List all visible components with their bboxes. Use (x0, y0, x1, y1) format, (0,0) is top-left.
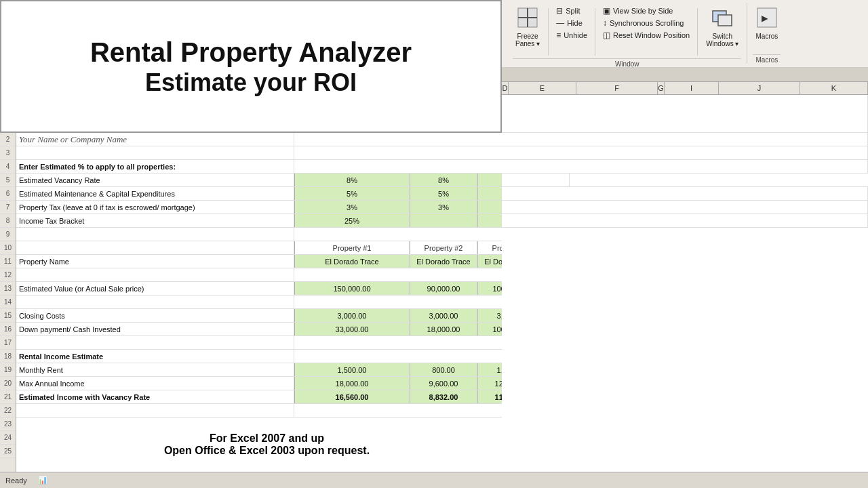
vacancy-rate-val1[interactable]: 8% (294, 174, 410, 186)
row-num-10: 10 (0, 241, 16, 255)
table-row (16, 268, 502, 282)
closing-costs-val3[interactable]: 3,000.00 (477, 309, 502, 322)
table-row: Estimated Income with Vacancy Rate 16,56… (16, 390, 502, 404)
property-name-val1[interactable]: El Dorado Trace (294, 255, 410, 268)
row-num-24: 24 (0, 431, 16, 445)
vacancy-rate-val3[interactable]: 8% (477, 174, 502, 186)
switch-windows-icon (711, 7, 733, 33)
monthly-rent-val2[interactable]: 800.00 (410, 363, 477, 376)
footer-note: For Excel 2007 and up Open Office & Exce… (16, 418, 502, 472)
spreadsheet-title: Rental Property Analyzer (90, 36, 412, 68)
max-annual-val3[interactable]: 12,000.00 (477, 377, 502, 390)
row-num-7: 7 (0, 201, 16, 214)
est-value-val2[interactable]: 90,000.00 (410, 282, 477, 295)
reset-window-position-label: Reset Window Position (613, 31, 690, 39)
max-annual-val2[interactable]: 9,600.00 (410, 377, 477, 390)
row-num-25: 25 (0, 445, 16, 458)
property-name-label: Property Name (16, 255, 294, 268)
view-side-by-side-icon: ▣ (603, 6, 610, 16)
ribbon-items-window: FreezePanes ▾ ⊟ Split — Hide ≡ Unhide (513, 3, 741, 58)
income-tax-val3[interactable] (477, 214, 502, 227)
income-tax-val2[interactable] (410, 214, 477, 227)
est-income-vacancy-val2[interactable]: 8,832.00 (410, 390, 477, 403)
down-payment-val1[interactable]: 33,000.00 (294, 323, 410, 336)
data-area: Your Name or Company Name Enter Estimate… (16, 133, 502, 472)
table-row: Property Tax (leave at 0 if tax is escro… (16, 201, 502, 214)
synchronous-scrolling-button[interactable]: ↕ Synchronous Scrolling (601, 18, 692, 28)
table-row: Rental Income Estimate (16, 350, 502, 363)
hide-button[interactable]: — Hide (554, 18, 589, 28)
vacancy-rate-val2[interactable]: 8% (410, 174, 477, 186)
right-row7-cell (502, 201, 868, 214)
row-num-6: 6 (0, 187, 16, 201)
maintenance-val3[interactable]: 5% (477, 187, 502, 200)
row-numbers: 2 3 4 5 6 7 8 9 10 11 12 13 14 15 16 17 … (0, 133, 16, 472)
small-buttons-group: ⊟ Split — Hide ≡ Unhide (554, 5, 589, 41)
est-value-val1[interactable]: 150,000.00 (294, 282, 410, 295)
row-num-18: 18 (0, 350, 16, 363)
est-income-vacancy-label: Estimated Income with Vacancy Rate (16, 390, 294, 403)
down-payment-val2[interactable]: 18,000.00 (410, 323, 477, 336)
table-row: Monthly Rent 1,500.00 800.00 1,000.00 (16, 363, 502, 377)
right-row-header1 (502, 95, 868, 133)
split-button[interactable]: ⊟ Split (554, 5, 589, 16)
estimated-pct-label: Enter Estimated % to apply to all proper… (16, 160, 294, 173)
max-annual-val1[interactable]: 18,000.00 (294, 377, 410, 390)
rental-income-label: Rental Income Estimate (16, 350, 294, 363)
right-row5-empty (502, 174, 570, 186)
property-tax-val3[interactable]: 3% (477, 201, 502, 214)
row-num-22: 22 (0, 404, 16, 418)
ready-label: Ready (5, 476, 27, 485)
window-section: FreezePanes ▾ ⊟ Split — Hide ≡ Unhide (507, 3, 747, 64)
synchronous-scrolling-icon: ↕ (603, 18, 607, 28)
right-row6-cell (502, 187, 868, 200)
property-tax-val2[interactable]: 3% (410, 201, 477, 214)
freeze-panes-label: FreezePanes ▾ (515, 33, 540, 47)
max-annual-income-label: Max Annual Income (16, 377, 294, 390)
closing-costs-val1[interactable]: 3,000.00 (294, 309, 410, 322)
table-row: Max Annual Income 18,000.00 9,600.00 12,… (16, 377, 502, 390)
right-row2-cell (502, 133, 868, 146)
est-value-val3[interactable]: 100,000.00 (477, 282, 502, 295)
reset-window-position-button[interactable]: ◫ Reset Window Position (601, 30, 692, 41)
macros-button[interactable]: ▶ Macros (753, 5, 781, 41)
freeze-panes-button[interactable]: FreezePanes ▾ (513, 5, 542, 49)
est-income-vacancy-val3[interactable]: 11,040.00 (477, 390, 502, 403)
col-header-bar: D E F G I J K (502, 81, 868, 95)
closing-costs-val2[interactable]: 3,000.00 (410, 309, 477, 322)
right-row3-cell (502, 146, 868, 159)
property-tax-val1[interactable]: 3% (294, 201, 410, 214)
maintenance-val1[interactable]: 5% (294, 187, 410, 200)
vacancy-rate-label: Estimated Vacancy Rate (16, 174, 294, 186)
property2-header: Property #2 (410, 241, 477, 254)
monthly-rent-val3[interactable]: 1,000.00 (477, 363, 502, 376)
monthly-rent-val1[interactable]: 1,500.00 (294, 363, 410, 376)
maintenance-val2[interactable]: 5% (410, 187, 477, 200)
income-tax-label: Income Tax Bracket (16, 214, 294, 227)
switch-windows-button[interactable]: SwitchWindows ▾ (703, 5, 741, 49)
col-k-header: K (800, 82, 868, 94)
property-name-val3[interactable]: El Dorado Trace (477, 255, 502, 268)
maintenance-label: Estimated Maintenance & Capital Expendit… (16, 187, 294, 200)
view-side-by-side-button[interactable]: ▣ View Side by Side (601, 5, 692, 16)
divider2 (595, 8, 595, 56)
property-name-val2[interactable]: El Dorado Trace (410, 255, 477, 268)
col-d-header: D (502, 82, 509, 94)
table-row: Income Tax Bracket 25% (16, 214, 502, 228)
table-row (16, 296, 502, 309)
down-payment-val3[interactable]: 100,000.00 (477, 323, 502, 336)
company-name-cell[interactable]: Your Name or Company Name (16, 133, 294, 146)
unhide-button[interactable]: ≡ Unhide (554, 30, 589, 41)
row-num-9: 9 (0, 228, 16, 241)
est-income-vacancy-val1[interactable]: 16,560.00 (294, 390, 410, 403)
property1-header: Property #1 (294, 241, 410, 254)
closing-costs-label: Closing Costs (16, 309, 294, 322)
col-i-header: I (665, 82, 719, 94)
right-row-2 (502, 133, 868, 146)
table-row (16, 336, 502, 350)
row-num-21: 21 (0, 390, 16, 404)
income-tax-val1[interactable]: 25% (294, 214, 410, 227)
row-num-3: 3 (0, 146, 16, 160)
row-num-15: 15 (0, 309, 16, 323)
est-value-label: Estimated Value (or Actual Sale price) (16, 282, 294, 295)
